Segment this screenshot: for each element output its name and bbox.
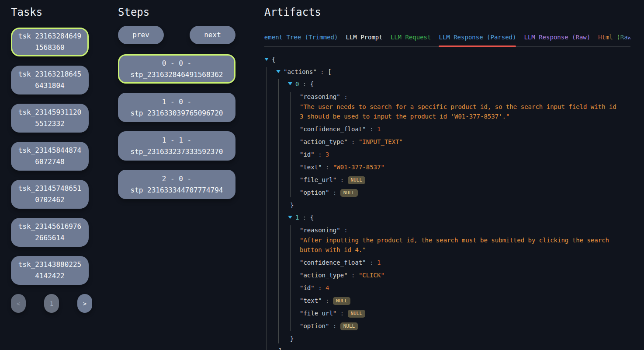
tasks-title: Tasks	[11, 6, 92, 18]
artifact-tab-llm-request[interactable]: LLM Request	[391, 31, 431, 46]
close-brace: }	[288, 200, 630, 210]
artifact-tab-html-raw[interactable]: Html (Raw)	[598, 31, 630, 46]
close-brace: }	[288, 334, 630, 343]
json-colon: :	[315, 284, 325, 291]
tasks-next-page-button[interactable]: >	[77, 294, 92, 313]
collapse-icon[interactable]	[276, 70, 280, 73]
json-colon: :	[366, 126, 377, 133]
json-string-value: "The user needs to search for a specific…	[300, 102, 618, 121]
json-key: "option"	[300, 189, 329, 196]
json-field-row: "confidence_float" : 1	[300, 124, 630, 134]
json-string-value: "CLICK"	[359, 272, 384, 279]
json-action-1-line: 1 : {	[288, 213, 630, 222]
json-action-0-fields: "reasoning" : "The user needs to search …	[290, 92, 630, 197]
tasks-panel: Tasks tsk_231632846491568360tsk_23163218…	[11, 0, 92, 313]
json-field-row: "text" : NULL	[300, 296, 630, 305]
collapse-icon[interactable]	[288, 216, 292, 219]
json-key: "text"	[300, 297, 322, 304]
null-badge: NULL	[348, 310, 366, 318]
json-key: "confidence_float"	[300, 126, 366, 133]
open-bracket: [	[328, 68, 331, 75]
artifact-tab-llm-prompt[interactable]: LLM Prompt	[346, 31, 382, 46]
task-button-4[interactable]: tsk_231457486510702462	[11, 180, 89, 209]
json-string-value: "INPUT_TEXT"	[359, 138, 403, 145]
json-number-value: 1	[377, 126, 381, 133]
collapse-icon[interactable]	[288, 82, 292, 85]
open-brace: {	[310, 214, 314, 221]
json-key: "confidence_float"	[300, 259, 366, 266]
json-colon: :	[329, 322, 340, 329]
json-number-value: 1	[377, 259, 381, 266]
json-field-row: "action_type" : "CLICK"	[300, 270, 630, 280]
json-actions-children: 0 : {"reasoning" : "The user needs to se…	[278, 79, 630, 343]
json-colon: :	[348, 138, 359, 145]
task-list: tsk_231632846491568360tsk_23163218645643…	[11, 28, 92, 285]
json-field-row: "text" : "W01-377-8537"	[300, 162, 630, 172]
artifacts-title: Artifacts	[264, 6, 630, 18]
task-button-2[interactable]: tsk_231459311205512332	[11, 104, 89, 133]
json-field-row: "reasoning" : "The user needs to search …	[300, 92, 630, 121]
step-button-3[interactable]: 2 - 0 - stp_231633344707774794	[118, 170, 235, 199]
task-button-5[interactable]: tsk_231456169762665614	[11, 218, 89, 247]
null-badge: NULL	[340, 322, 358, 330]
json-key: "option"	[300, 322, 329, 329]
artifact-tab-llm-response-parsed[interactable]: LLM Response (Parsed)	[439, 31, 516, 46]
task-button-1[interactable]: tsk_231632186456431804	[11, 66, 89, 94]
json-key: "text"	[300, 164, 322, 171]
step-button-0[interactable]: 0 - 0 - stp_231632846491568362	[118, 54, 235, 84]
json-field-row: "option" : NULL	[300, 321, 630, 331]
null-badge: NULL	[333, 297, 351, 305]
step-button-2[interactable]: 1 - 1 - stp_231633237333592370	[118, 131, 235, 161]
json-key: "id"	[300, 151, 315, 158]
step-button-1[interactable]: 1 - 0 - stp_231633039765096720	[118, 93, 235, 122]
step-nav: prev next	[118, 26, 235, 44]
json-field-row: "action_type" : "INPUT_TEXT"	[300, 137, 630, 147]
null-badge: NULL	[340, 189, 358, 197]
next-step-button[interactable]: next	[190, 26, 235, 44]
artifact-tab-element-tree-trimmed[interactable]: Element Tree (Trimmed)	[264, 31, 338, 46]
json-colon: :	[329, 189, 340, 196]
json-key: "file_url"	[300, 176, 336, 183]
json-number-value: 4	[325, 284, 329, 291]
json-action-0-line: 0 : {	[288, 79, 630, 89]
close-bracket: ]	[276, 346, 630, 350]
json-field-row: "id" : 3	[300, 150, 630, 159]
json-key: "reasoning"	[300, 227, 340, 234]
json-field-row: "option" : NULL	[300, 188, 630, 197]
json-colon: :	[299, 214, 310, 221]
json-colon: :	[322, 164, 333, 171]
step-list: 0 - 0 - stp_2316328464915683621 - 0 - st…	[118, 54, 235, 199]
json-colon: :	[340, 227, 348, 234]
json-field-row: "reasoning" : "After inputting the produ…	[300, 225, 630, 255]
null-badge: NULL	[348, 176, 366, 184]
tasks-prev-page-button[interactable]: <	[11, 294, 26, 313]
open-brace: {	[272, 56, 275, 63]
task-button-6[interactable]: tsk_231438802254142422	[11, 256, 89, 285]
json-field-row: "confidence_float" : 1	[300, 258, 630, 267]
prev-step-button[interactable]: prev	[118, 26, 164, 44]
json-colon: :	[317, 68, 328, 75]
json-colon: :	[315, 151, 325, 158]
task-button-0[interactable]: tsk_231632846491568360	[11, 28, 89, 56]
json-tree-viewer: {"actions" : [0 : {"reasoning" : "The us…	[264, 55, 630, 350]
json-key: "id"	[300, 284, 315, 291]
json-key: "reasoning"	[300, 93, 340, 100]
json-string-value: "After inputting the product id, the sea…	[300, 235, 618, 255]
task-button-3[interactable]: tsk_231458448746072748	[11, 142, 89, 171]
json-field-row: "file_url" : NULL	[300, 308, 630, 318]
json-root-line: {	[264, 55, 630, 64]
json-key: "file_url"	[300, 310, 336, 317]
json-colon: :	[336, 310, 347, 317]
json-actions-line: "actions" : [	[276, 67, 630, 77]
steps-title: Steps	[118, 6, 235, 18]
steps-panel: Steps prev next 0 - 0 - stp_231632846491…	[118, 0, 235, 208]
json-field-row: "id" : 4	[300, 283, 630, 293]
tasks-pagination: < 1 >	[11, 294, 92, 313]
collapse-icon[interactable]	[264, 58, 269, 61]
artifact-tab-llm-response-raw[interactable]: LLM Response (Raw)	[524, 31, 590, 46]
open-brace: {	[310, 80, 314, 88]
json-colon: :	[322, 297, 333, 304]
json-field-row: "file_url" : NULL	[300, 175, 630, 185]
tasks-page-number-button[interactable]: 1	[44, 294, 59, 313]
artifacts-panel: Artifacts Element Tree (Trimmed)LLM Prom…	[264, 0, 630, 350]
